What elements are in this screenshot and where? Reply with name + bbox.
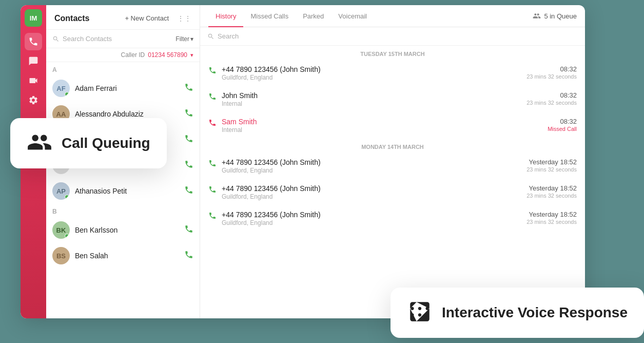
group-label-b: B [46, 204, 200, 217]
contacts-header: Contacts + New Contact ⋮⋮ [46, 5, 200, 30]
history-item[interactable]: +44 7890 123456 (John Smith) Guildford, … [200, 153, 585, 179]
history-time-block: 08:32 23 mins 32 seconds [526, 91, 577, 106]
search-contacts-input[interactable] [63, 35, 172, 43]
call-button[interactable] [184, 83, 193, 94]
history-sub: Internal [222, 100, 521, 107]
history-info: +44 7890 123456 (John Smith) Guildford, … [222, 158, 521, 174]
history-time-block: Yesterday 18:52 23 mins 32 seconds [526, 158, 577, 173]
history-time: Yesterday 18:52 [526, 158, 577, 166]
history-time-block: 08:32 Missed Call [548, 118, 577, 132]
svg-point-2 [425, 307, 428, 310]
history-name: +44 7890 123456 (John Smith) [222, 65, 521, 73]
avatar: BS [52, 247, 70, 264]
call-received-icon [208, 212, 217, 220]
ivr-tooltip: Interactive Voice Response [391, 288, 644, 338]
call-button[interactable] [184, 250, 193, 261]
avatar[interactable]: IM [25, 9, 42, 27]
history-info: Sam Smith Internal [222, 118, 542, 134]
history-time-block: Yesterday 18:52 23 mins 32 seconds [526, 184, 577, 199]
avatar: AP [52, 182, 70, 200]
grid-icon[interactable]: ⋮⋮ [177, 14, 191, 23]
contacts-list: A AF Adam Ferrari AA Alessandro Abdulazi… [46, 62, 200, 318]
call-received-icon [208, 66, 217, 74]
call-button[interactable] [184, 134, 193, 145]
contact-item[interactable]: AP Athanasios Petit [46, 178, 200, 204]
call-button[interactable] [184, 224, 193, 236]
online-indicator [65, 234, 69, 238]
history-name: +44 7890 123456 (John Smith) [222, 184, 521, 193]
queue-count: 5 in Queue [544, 12, 577, 20]
history-time-block: 08:32 23 mins 32 seconds [526, 65, 577, 80]
call-button[interactable] [184, 185, 193, 197]
caller-id-number[interactable]: 01234 567890 [148, 51, 187, 59]
call-button[interactable] [184, 160, 193, 171]
caller-id-chevron[interactable]: ▾ [190, 52, 193, 59]
history-item[interactable]: +44 7890 123456 (John Smith) Guildford, … [200, 60, 585, 86]
contact-item[interactable]: BK Ben Karlsson [46, 217, 200, 243]
tab-parked[interactable]: Parked [296, 5, 331, 27]
tab-voicemail[interactable]: Voicemail [331, 5, 374, 27]
history-sub: Guildford, England [222, 219, 521, 226]
history-tabs: History Missed Calls Parked Voicemail 5 … [200, 5, 585, 27]
call-missed-icon [208, 119, 217, 127]
caller-id-bar: Caller ID 01234 567890 ▾ [46, 48, 200, 62]
contact-name: Adam Ferrari [75, 84, 179, 92]
call-received-icon [208, 185, 217, 194]
call-button[interactable] [184, 108, 193, 120]
history-sub: Internal [222, 126, 542, 134]
history-name: John Smith [222, 91, 521, 100]
sidebar-item-video[interactable] [25, 72, 42, 89]
svg-point-4 [418, 313, 421, 316]
history-panel: History Missed Calls Parked Voicemail 5 … [200, 5, 585, 318]
history-time: 08:32 [526, 91, 577, 99]
tab-missed-calls[interactable]: Missed Calls [243, 5, 296, 27]
call-queuing-icon [27, 129, 52, 157]
call-received-icon [208, 92, 217, 101]
history-duration: Missed Call [548, 126, 577, 132]
history-sub: Guildford, England [222, 193, 521, 200]
contact-name: Athanasios Petit [75, 187, 179, 195]
online-indicator [65, 92, 69, 97]
contact-name: Alessandro Abdulaziz [75, 110, 179, 118]
history-duration: 23 mins 32 seconds [526, 73, 577, 80]
svg-point-3 [411, 313, 414, 316]
contact-item[interactable]: AF Adam Ferrari [46, 75, 200, 101]
history-duration: 23 mins 32 seconds [526, 100, 577, 106]
contact-name: Ben Salah [75, 252, 179, 260]
call-queuing-title: Call Queuing [62, 135, 150, 151]
svg-point-0 [411, 307, 414, 310]
history-name: +44 7890 123456 (John Smith) [222, 211, 521, 219]
search-icon [207, 33, 214, 40]
date-separator: MONDAY 14TH MARCH [200, 139, 585, 153]
contacts-search-bar: Filter ▾ [46, 30, 200, 48]
tab-history[interactable]: History [208, 5, 243, 27]
history-info: +44 7890 123456 (John Smith) Guildford, … [222, 184, 521, 200]
history-time: Yesterday 18:52 [526, 211, 577, 218]
svg-point-1 [418, 307, 421, 310]
sidebar-item-chat[interactable] [25, 52, 42, 70]
history-info: +44 7890 123456 (John Smith) Guildford, … [222, 65, 521, 81]
history-duration: 23 mins 32 seconds [526, 219, 577, 225]
contact-item[interactable]: BS Ben Salah [46, 243, 200, 269]
history-item[interactable]: +44 7890 123456 (John Smith) Guildford, … [200, 179, 585, 205]
history-item[interactable]: Sam Smith Internal 08:32 Missed Call [200, 112, 585, 139]
sidebar-item-phone[interactable] [25, 33, 42, 50]
search-history-input[interactable] [218, 32, 578, 40]
history-sub: Guildford, England [222, 74, 521, 81]
avatar: AF [52, 80, 70, 97]
history-duration: 23 mins 32 seconds [526, 193, 577, 199]
contact-name: Ben Karlsson [75, 226, 179, 234]
date-separator: TUESDAY 15TH MARCH [200, 46, 585, 60]
history-info: John Smith Internal [222, 91, 521, 107]
sidebar-item-settings[interactable] [25, 91, 42, 109]
online-indicator [65, 195, 69, 199]
queue-icon [533, 12, 541, 20]
new-contact-button[interactable]: + New Contact [121, 12, 173, 24]
history-item[interactable]: John Smith Internal 08:32 23 mins 32 sec… [200, 86, 585, 112]
filter-button[interactable]: Filter ▾ [175, 35, 193, 43]
history-item[interactable]: +44 7890 123456 (John Smith) Guildford, … [200, 205, 585, 232]
history-time-block: Yesterday 18:52 23 mins 32 seconds [526, 211, 577, 225]
svg-point-5 [425, 313, 428, 316]
history-info: +44 7890 123456 (John Smith) Guildford, … [222, 211, 521, 226]
history-sub: Guildford, England [222, 167, 521, 174]
